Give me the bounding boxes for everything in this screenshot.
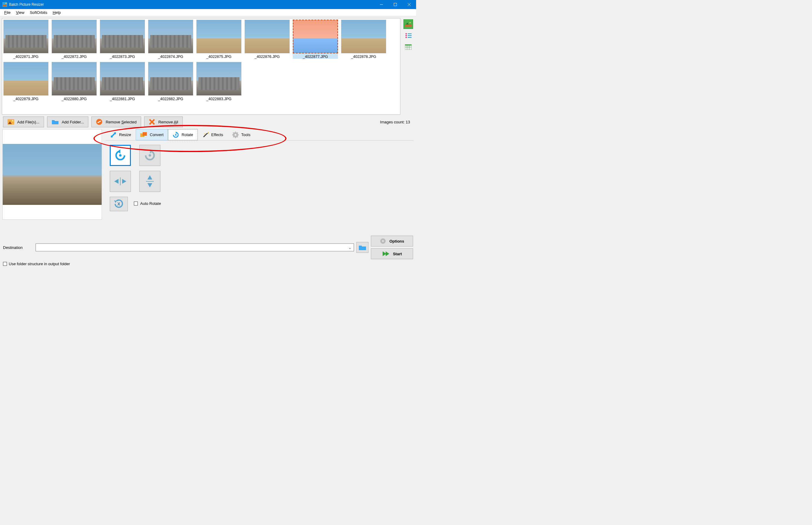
svg-line-48 [233, 133, 234, 133]
tab-rotate-label: Rotate [182, 133, 193, 137]
thumbnail-filename: _4022879.JPG [3, 96, 49, 101]
thumbnail-filename: _4022880.JPG [51, 96, 97, 101]
svg-line-49 [237, 136, 238, 137]
thumbnail-image [245, 20, 290, 54]
thumbnail-filename: _4022878.JPG [341, 54, 386, 59]
flip-vertical-button[interactable] [139, 171, 160, 192]
thumbnail-item[interactable]: _4022877.JPG [293, 20, 338, 59]
svg-point-55 [149, 154, 151, 156]
tab-tools[interactable]: Tools [228, 129, 255, 140]
svg-rect-4 [394, 3, 397, 6]
svg-marker-52 [118, 149, 120, 153]
remove-all-label: Remove All [158, 120, 178, 124]
svg-marker-67 [386, 251, 389, 256]
thumbnail-image [148, 20, 193, 54]
thumbnail-image [196, 20, 241, 54]
tab-effects[interactable]: Effects [198, 129, 228, 140]
thumbnail-item[interactable]: _4022873.JPG [100, 20, 145, 59]
preview-pane [2, 129, 102, 220]
use-folder-structure-label: Use folder structure in output folder [9, 261, 70, 266]
thumbnail-image [196, 62, 241, 96]
rotate-left-button[interactable] [110, 145, 131, 166]
remove-all-button[interactable]: Remove All [144, 117, 183, 127]
tab-convert[interactable]: Convert [136, 129, 168, 140]
view-thumbnails-button[interactable] [403, 19, 413, 29]
thumbnail-item[interactable]: _4022882.JPG [148, 62, 193, 101]
browse-folder-button[interactable] [356, 242, 369, 253]
thumbnail-filename: _4022877.JPG [293, 54, 338, 59]
thumbnail-item[interactable]: _4022880.JPG [51, 62, 97, 101]
window-close-button[interactable] [402, 0, 416, 9]
view-list-button[interactable] [403, 31, 413, 41]
svg-text:X: X [117, 201, 120, 206]
tab-resize-label: Resize [119, 133, 131, 137]
svg-rect-18 [405, 44, 411, 46]
thumbnail-item[interactable]: _4022881.JPG [100, 62, 145, 101]
tab-convert-label: Convert [150, 133, 164, 137]
destination-combobox[interactable]: ⌄ [35, 243, 354, 251]
window-title: Batch Picture Resizer [9, 2, 374, 6]
menu-view[interactable]: View [14, 10, 27, 15]
svg-line-50 [237, 133, 238, 133]
thumbnail-item[interactable]: _4022871.JPG [3, 20, 49, 59]
thumbnail-item[interactable]: _4022874.JPG [148, 20, 193, 59]
svg-rect-11 [405, 25, 411, 27]
thumbnail-filename: _4022876.JPG [245, 54, 290, 59]
chevron-down-icon: ⌄ [347, 245, 353, 250]
flip-horizontal-button[interactable] [110, 171, 131, 192]
thumbnail-item[interactable]: _4022878.JPG [341, 20, 386, 59]
window-maximize-button[interactable] [388, 0, 402, 9]
tab-tools-label: Tools [241, 133, 250, 137]
titlebar: Batch Picture Resizer [0, 0, 416, 9]
svg-point-25 [12, 120, 14, 122]
menu-softorbits[interactable]: SoftOrbits [28, 10, 50, 15]
images-count-label: Images count: 13 [380, 120, 413, 124]
options-button[interactable]: Options [371, 236, 413, 246]
thumbnail-image [341, 20, 386, 54]
thumbnail-item[interactable]: _4022879.JPG [3, 62, 49, 101]
view-details-button[interactable] [403, 42, 413, 52]
tab-rotate[interactable]: Rotate [168, 129, 198, 140]
add-files-button[interactable]: Add File(s)... [3, 117, 44, 127]
remove-icon [96, 119, 103, 125]
thumbnail-filename: _4022875.JPG [196, 54, 241, 59]
use-folder-structure-checkbox[interactable]: Use folder structure in output folder [3, 261, 413, 266]
thumbnail-item[interactable]: _4022876.JPG [245, 20, 290, 59]
svg-point-37 [175, 134, 177, 135]
play-icon [382, 251, 390, 257]
rotate-right-button[interactable] [139, 145, 160, 166]
start-button[interactable]: Start [371, 248, 413, 259]
remove-selected-button[interactable]: Remove Selected [91, 117, 141, 127]
menubar: File View SoftOrbits Help [0, 9, 416, 16]
thumbnail-image [148, 62, 193, 96]
thumbnail-item[interactable]: _4022875.JPG [196, 20, 241, 59]
svg-line-38 [204, 133, 207, 137]
thumbnail-image [3, 62, 49, 96]
svg-rect-1 [3, 4, 6, 6]
gear-icon [380, 238, 386, 244]
thumbnail-filename: _4022871.JPG [3, 54, 49, 59]
thumbnail-item[interactable]: _4022872.JPG [51, 20, 97, 59]
window-minimize-button[interactable] [374, 0, 388, 9]
svg-point-43 [235, 134, 236, 136]
thumbnail-image [51, 62, 97, 96]
tab-resize[interactable]: Resize [106, 129, 136, 140]
thumbnail-item[interactable]: _4022883.JPG [196, 62, 241, 101]
thumbnail-filename: _4022882.JPG [148, 96, 193, 101]
auto-rotate-checkbox[interactable]: Auto Rotate [134, 201, 161, 206]
thumbnail-filename: _4022883.JPG [196, 96, 241, 101]
menu-file[interactable]: File [2, 10, 13, 15]
resize-icon [110, 132, 117, 138]
menu-help[interactable]: Help [50, 10, 63, 15]
svg-point-12 [406, 33, 407, 34]
auto-rotate-button[interactable]: X [110, 197, 128, 211]
view-mode-buttons [402, 18, 414, 115]
thumbnail-list[interactable]: _4022871.JPG_4022872.JPG_4022873.JPG_402… [2, 18, 401, 115]
svg-rect-34 [143, 132, 147, 136]
thumbnail-filename: _4022881.JPG [100, 96, 145, 101]
add-folder-button[interactable]: Add Folder... [47, 117, 89, 127]
svg-line-51 [233, 136, 234, 137]
tools-icon [232, 132, 239, 138]
rotate-panel: X Auto Rotate [106, 140, 414, 215]
thumbnail-image [293, 20, 338, 54]
